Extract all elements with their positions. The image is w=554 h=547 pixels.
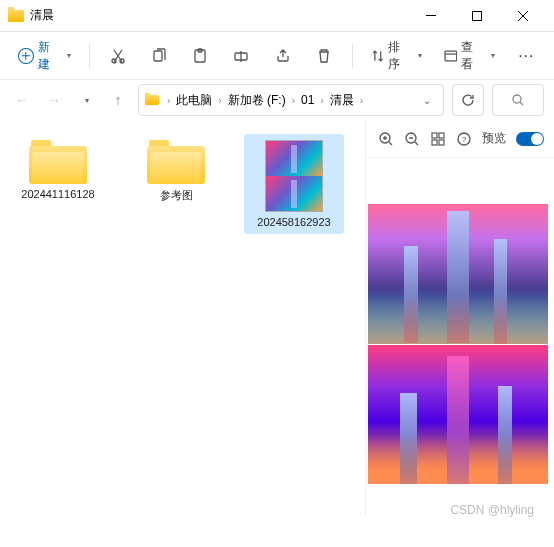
folder-item[interactable]: 参考图 xyxy=(126,134,226,209)
zoom-in-button[interactable] xyxy=(378,131,394,147)
svg-point-9 xyxy=(513,95,521,103)
preview-image xyxy=(368,204,548,484)
chevron-down-icon: ▾ xyxy=(67,51,71,60)
file-list[interactable]: 202441116128 参考图 202458162923 xyxy=(0,120,365,515)
chevron-down-icon: ▾ xyxy=(491,51,495,60)
plus-icon xyxy=(18,48,34,64)
address-bar[interactable]: › 此电脑 › 新加卷 (F:) › 01 › 清晨 › ⌄ xyxy=(138,84,444,116)
item-label: 202441116128 xyxy=(21,188,94,200)
preview-toggle[interactable] xyxy=(516,132,544,146)
grid-view-button[interactable] xyxy=(430,131,446,147)
svg-rect-8 xyxy=(445,51,457,61)
search-box[interactable] xyxy=(492,84,544,116)
watermark: CSDN @hlyling xyxy=(450,503,534,517)
crumb-folder2[interactable]: 清晨 xyxy=(328,90,356,111)
image-item[interactable]: 202458162923 xyxy=(244,134,344,234)
up-button[interactable]: ↑ xyxy=(106,88,130,112)
cut-button[interactable] xyxy=(100,40,135,72)
item-label: 参考图 xyxy=(160,188,193,203)
paste-button[interactable] xyxy=(183,40,218,72)
sort-label: 排序 xyxy=(388,39,411,73)
folder-icon xyxy=(29,140,87,184)
separator xyxy=(352,44,353,68)
chevron-right-icon: › xyxy=(165,95,172,106)
share-button[interactable] xyxy=(265,40,300,72)
item-label: 202458162923 xyxy=(257,216,330,228)
svg-rect-12 xyxy=(432,133,437,138)
folder-icon xyxy=(145,95,159,105)
more-button[interactable]: ··· xyxy=(509,40,544,72)
maximize-button[interactable] xyxy=(454,0,500,32)
preview-label: 预览 xyxy=(482,130,506,147)
help-button[interactable]: ? xyxy=(456,131,472,147)
chevron-right-icon: › xyxy=(358,95,365,106)
sort-icon xyxy=(371,49,385,63)
close-button[interactable] xyxy=(500,0,546,32)
delete-button[interactable] xyxy=(306,40,341,72)
chevron-right-icon: › xyxy=(318,95,325,106)
search-icon xyxy=(511,93,525,107)
chevron-right-icon: › xyxy=(290,95,297,106)
view-icon xyxy=(444,49,458,63)
copy-button[interactable] xyxy=(141,40,176,72)
image-thumbnail xyxy=(265,140,323,212)
svg-rect-15 xyxy=(439,140,444,145)
crumb-folder1[interactable]: 01 xyxy=(299,91,316,109)
view-label: 查看 xyxy=(461,39,484,73)
address-dropdown[interactable]: ⌄ xyxy=(423,95,437,106)
new-label: 新建 xyxy=(38,39,61,73)
svg-rect-13 xyxy=(439,133,444,138)
view-button[interactable]: 查看 ▾ xyxy=(436,40,503,72)
preview-pane: ? 预览 xyxy=(365,120,554,515)
folder-icon xyxy=(147,140,205,184)
svg-rect-14 xyxy=(432,140,437,145)
folder-item[interactable]: 202441116128 xyxy=(8,134,108,206)
svg-text:?: ? xyxy=(462,135,467,144)
minimize-button[interactable] xyxy=(408,0,454,32)
rename-button[interactable] xyxy=(224,40,259,72)
window-title: 清晨 xyxy=(30,7,408,24)
separator xyxy=(89,44,90,68)
refresh-button[interactable] xyxy=(452,84,484,116)
crumb-drive[interactable]: 新加卷 (F:) xyxy=(226,90,288,111)
forward-button[interactable]: → xyxy=(42,88,66,112)
svg-rect-4 xyxy=(154,51,162,61)
new-button[interactable]: 新建 ▾ xyxy=(10,40,79,72)
chevron-down-icon: ▾ xyxy=(418,51,422,60)
sort-button[interactable]: 排序 ▾ xyxy=(363,40,430,72)
crumb-pc[interactable]: 此电脑 xyxy=(174,90,214,111)
window-folder-icon xyxy=(8,10,24,22)
back-button[interactable]: ← xyxy=(10,88,34,112)
svg-rect-1 xyxy=(473,11,482,20)
more-icon: ··· xyxy=(518,47,534,65)
zoom-out-button[interactable] xyxy=(404,131,420,147)
svg-rect-0 xyxy=(426,15,436,16)
chevron-right-icon: › xyxy=(216,95,223,106)
recent-button[interactable]: ▾ xyxy=(74,88,98,112)
